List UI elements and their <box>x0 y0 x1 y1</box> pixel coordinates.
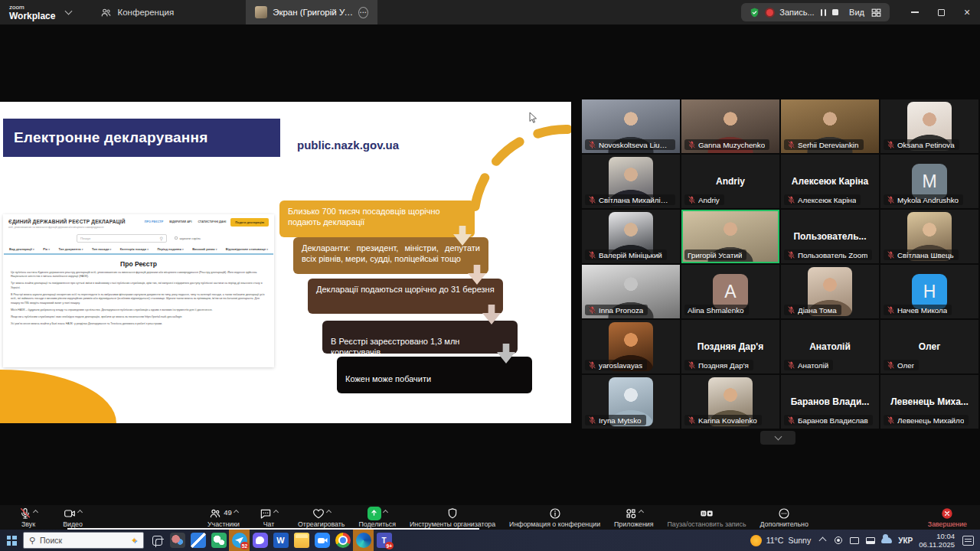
registry-about-paragraphs: Це публічна частина Єдиного державного р… <box>3 271 274 327</box>
participant-tile[interactable]: yaroslavayas <box>582 320 680 373</box>
toolbar-host-tools-button[interactable]: Инструменты организатора <box>410 507 495 528</box>
toolbar-video-button[interactable]: Видео <box>57 507 88 528</box>
participant-tile[interactable]: Пользователь...Пользователь Zoom <box>781 210 879 263</box>
toolbar-meeting-info-button[interactable]: Информация о конференции <box>509 507 600 528</box>
record-dot-icon <box>766 9 773 16</box>
toolbar-more-button[interactable]: Дополнительно <box>760 507 808 528</box>
taskbar-search-input[interactable]: ⚲ Поиск ✦ <box>23 532 144 549</box>
taskbar-edge-icon[interactable] <box>353 530 374 551</box>
participant-tile[interactable]: Діана Тома <box>781 265 879 318</box>
participant-tile[interactable]: Валерій Мініцький <box>582 210 680 263</box>
chevron-up-icon[interactable] <box>326 509 332 514</box>
stop-recording-icon[interactable] <box>832 9 838 15</box>
toolbar-participants-button[interactable]: 49Участники <box>207 507 240 528</box>
participant-tile[interactable]: Inna Pronoza <box>582 265 680 318</box>
tab-options-icon[interactable]: ••• <box>358 7 368 18</box>
maximize-button[interactable] <box>928 0 954 24</box>
participant-tile[interactable]: MMykola Andrushko <box>880 155 978 208</box>
tray-hidden-icons-chevron-icon[interactable] <box>817 535 828 546</box>
slide-step-box: Близько 700 тисяч посадовців щорічно под… <box>279 201 475 237</box>
tray-network-icon[interactable] <box>865 535 876 546</box>
weather-widget[interactable]: 11°C Sunny <box>750 535 811 546</box>
participant-tile[interactable]: Левенець Миха...Левенець Михайло <box>880 375 978 429</box>
toolbar-share-button[interactable]: Поделиться <box>358 507 396 528</box>
participant-tile[interactable]: HНачев Микола <box>880 265 978 318</box>
participant-tile[interactable]: Karina Kovalenko <box>681 375 779 429</box>
toolbar-record-controls-button[interactable]: Пауза/остановить запись <box>668 507 746 528</box>
chevron-up-icon[interactable] <box>33 509 38 514</box>
start-button[interactable] <box>0 530 23 551</box>
recording-indicator: Запись... Вид <box>741 3 890 21</box>
registry-paragraph: В Реєстрі можна шукати декларації конкре… <box>11 293 266 306</box>
participant-name-label: Novoskoltseva Liudmyla <box>585 139 675 150</box>
participant-name-label: Алексеюк Каріна <box>784 194 861 205</box>
tray-onedrive-icon[interactable] <box>881 535 892 546</box>
shared-screen[interactable]: Електронне декларування public.nazk.gov.… <box>0 102 571 423</box>
notification-center-icon[interactable] <box>962 536 974 546</box>
participant-name-text: Mykola Andrushko <box>897 196 959 204</box>
taskbar-snipping-tool-icon[interactable] <box>188 530 208 551</box>
mic-muted-icon <box>688 416 696 425</box>
participants-grid: Novoskoltseva LiudmylaGanna MuzychenkoSe… <box>582 99 978 429</box>
taskbar-app-misc-icon[interactable] <box>167 530 188 551</box>
taskbar-clock[interactable]: 10:04 06.11.2025 <box>919 532 955 549</box>
chevron-up-icon[interactable] <box>273 509 279 514</box>
participant-name-label: Iryna Mytsko <box>585 415 646 425</box>
taskbar-telegram-icon[interactable]: 52 <box>229 530 250 551</box>
chevron-up-icon[interactable] <box>383 509 388 514</box>
minimize-button[interactable] <box>902 0 928 24</box>
toolbar-end-button[interactable]: Завершение <box>928 507 967 528</box>
taskbar-word-icon[interactable]: W <box>270 530 291 551</box>
tray-record-icon[interactable] <box>833 535 844 546</box>
language-indicator[interactable]: УКР <box>898 536 913 545</box>
participant-tile[interactable]: Світлана Михайлівна <box>582 155 680 208</box>
more-participants-button[interactable] <box>760 431 795 445</box>
taskbar-chrome-icon[interactable] <box>332 530 353 551</box>
taskbar-wechat-icon[interactable] <box>208 530 229 551</box>
taskbar-zoom-icon[interactable] <box>312 530 332 551</box>
close-button[interactable]: × <box>954 0 980 24</box>
chevron-up-icon[interactable] <box>234 509 239 514</box>
pause-recording-icon[interactable] <box>821 9 827 16</box>
view-label[interactable]: Вид <box>849 8 864 17</box>
taskbar-teams-icon[interactable]: T9+ <box>374 530 394 551</box>
toolbar-apps-button[interactable]: Приложения <box>614 507 653 528</box>
mic-muted-icon <box>588 361 596 370</box>
toolbar-reactions-button[interactable]: Отреагировать <box>298 507 345 528</box>
participant-tile[interactable]: АнатолійАнатолій <box>781 320 879 373</box>
participant-tile[interactable]: Баранов Влади...Баранов Владислав <box>781 375 879 429</box>
participant-tile[interactable]: Ganna Muzychenko <box>681 99 779 153</box>
participant-name-label: Світлана Швець <box>884 249 959 260</box>
participant-tile[interactable]: Iryna Mytsko <box>582 375 680 429</box>
toolbar-chat-button[interactable]: Чат <box>253 507 284 528</box>
tab-meeting[interactable]: Конференция <box>91 0 183 24</box>
view-grid-icon[interactable] <box>871 7 882 18</box>
mic-muted-icon <box>588 306 596 315</box>
participant-tile[interactable]: Алексеюк КарінаАлексеюк Каріна <box>781 155 879 208</box>
security-shield-icon[interactable] <box>749 7 760 18</box>
participant-tile[interactable]: Serhii Dereviankin <box>781 99 879 153</box>
participant-tile[interactable]: Григорій Усатий <box>681 210 779 263</box>
tray-display-icon[interactable] <box>849 535 860 546</box>
slide-url: public.nazk.gov.ua <box>297 139 399 152</box>
participant-tile[interactable]: Novoskoltseva Liudmyla <box>582 99 680 153</box>
registry-subtitle: осіб, уповноважених на виконання функцій… <box>8 226 126 229</box>
participant-tile[interactable]: Світлана Швець <box>880 210 978 263</box>
toolbar-audio-button[interactable]: Звук <box>13 507 44 528</box>
chevron-up-icon[interactable] <box>77 509 83 514</box>
taskbar-viber-icon[interactable] <box>250 530 270 551</box>
workspace-chevron-down-icon[interactable] <box>65 8 73 15</box>
participant-tile[interactable]: Поздняя Дар'яПоздняя Дар'я <box>681 320 779 373</box>
participant-tile[interactable]: ОлегОлег <box>880 320 978 373</box>
registry-search-input: Пошук ⚲ <box>77 234 167 243</box>
taskbar-file-explorer-icon[interactable] <box>291 530 312 551</box>
participant-tile[interactable]: Oksana Petinova <box>880 99 978 153</box>
tab-screen-share[interactable]: Экран (Григорій Усатий) ••• <box>246 0 377 24</box>
mic-muted-icon <box>887 416 895 425</box>
participant-tile[interactable]: AAlina Shmalenko <box>681 265 779 318</box>
participant-tile[interactable]: AndriyAndriy <box>681 155 779 208</box>
participant-name-label: Начев Микола <box>884 305 952 315</box>
participant-name-text: Alina Shmalenko <box>688 306 744 315</box>
task-view-button[interactable] <box>147 530 167 551</box>
chevron-up-icon[interactable] <box>639 509 644 514</box>
